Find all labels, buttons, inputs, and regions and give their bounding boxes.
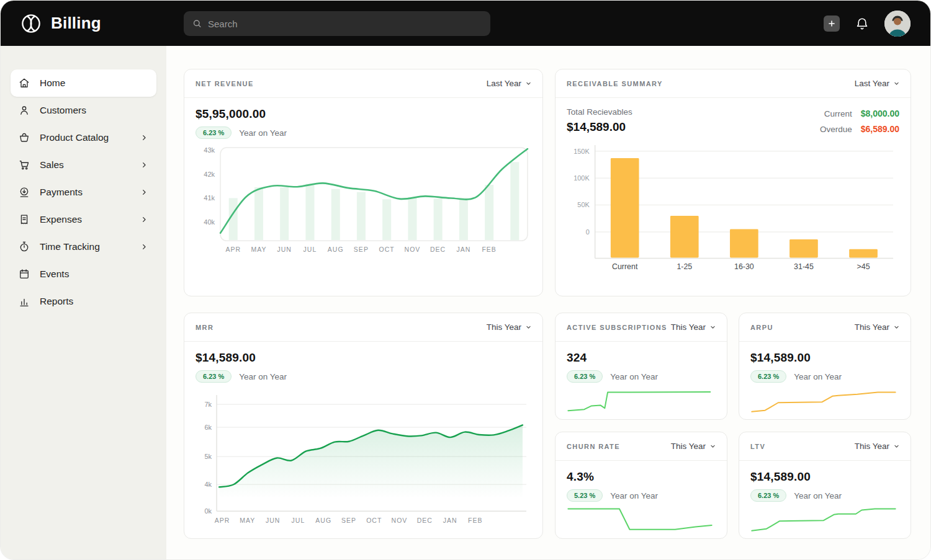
sidebar-item-time-tracking[interactable]: Time Tracking	[11, 233, 156, 260]
svg-text:7k: 7k	[204, 401, 212, 408]
chevron-right-icon	[139, 215, 149, 224]
card-header: RECEIVABLE SUMMARY Last Year	[555, 69, 911, 98]
avatar[interactable]	[884, 11, 911, 37]
chevron-right-icon	[139, 160, 149, 170]
period-label: Last Year	[487, 79, 521, 88]
search-input[interactable]	[208, 19, 482, 29]
main-content: NET REVENUE Last Year $5,95,000.00 6.23 …	[166, 46, 931, 560]
svg-text:AUG: AUG	[328, 246, 344, 253]
svg-text:JAN: JAN	[443, 517, 457, 524]
customers-icon	[18, 104, 30, 117]
total-receivables-label: Total Recievables	[567, 107, 632, 117]
sidebar-item-reports[interactable]: Reports	[11, 288, 156, 315]
svg-text:SEP: SEP	[354, 246, 369, 253]
current-label: Current	[824, 109, 852, 118]
kpi-grid: ACTIVE SUBSCRIPTIONS This Year 324 6.23 …	[555, 313, 911, 539]
churn-rate-sparkline	[567, 502, 713, 534]
chevron-down-icon	[894, 443, 899, 449]
svg-text:150K: 150K	[573, 148, 590, 155]
sidebar-item-label: Customers	[40, 105, 86, 116]
topbar: Billing	[1, 1, 930, 46]
net-revenue-chart: 40k41k42k43kAPRMAYJUNJULAUGSEPOCTNOVDECJ…	[196, 145, 531, 257]
svg-text:FEB: FEB	[482, 246, 496, 253]
sidebar-item-label: Expenses	[40, 214, 82, 225]
period-selector[interactable]: This Year	[855, 322, 899, 332]
yoy-badge: 6.23 %	[750, 370, 786, 383]
period-selector[interactable]: This Year	[671, 442, 716, 451]
card-header: NET REVENUE Last Year	[184, 69, 542, 98]
yoy-label: Year on Year	[610, 491, 658, 500]
card-header: LTV This Year	[739, 432, 911, 461]
sidebar-item-events[interactable]: Events	[11, 260, 156, 288]
sidebar-item-label: Sales	[40, 159, 64, 171]
svg-text:0k: 0k	[204, 507, 212, 515]
basket-icon	[18, 131, 30, 144]
period-selector[interactable]: Last Year	[487, 79, 531, 88]
add-button[interactable]	[824, 16, 840, 32]
sidebar-item-product-catalog[interactable]: Product Catalog	[11, 124, 156, 151]
svg-text:0: 0	[586, 228, 590, 236]
card-arpu: ARPU This Year $14,589.00 6.23 % Year on…	[739, 313, 911, 420]
card-active-subscriptions: ACTIVE SUBSCRIPTIONS This Year 324 6.23 …	[555, 313, 727, 420]
app-logo: Billing	[1, 12, 165, 35]
cart-icon	[18, 159, 30, 171]
period-selector[interactable]: This Year	[671, 322, 716, 332]
period-label: This Year	[855, 322, 889, 332]
receivables-chart: 050K100K150KCurrent1-2516-3031-45>45	[567, 140, 899, 272]
yoy-badge: 6.23 %	[750, 489, 786, 502]
svg-text:MAY: MAY	[251, 246, 267, 253]
sidebar-item-label: Payments	[40, 187, 83, 198]
period-selector[interactable]: Last Year	[855, 79, 899, 88]
svg-text:JUL: JUL	[292, 517, 305, 524]
svg-text:DEC: DEC	[430, 246, 446, 253]
yoy-badge: 6.23 %	[567, 370, 603, 383]
sidebar-item-home[interactable]: Home	[11, 69, 156, 97]
svg-text:43k: 43k	[204, 146, 215, 154]
sidebar-item-customers[interactable]: Customers	[11, 97, 156, 124]
card-net-revenue: NET REVENUE Last Year $5,95,000.00 6.23 …	[184, 69, 543, 296]
svg-text:OCT: OCT	[366, 517, 382, 524]
period-selector[interactable]: This Year	[855, 442, 899, 451]
period-selector[interactable]: This Year	[487, 322, 531, 332]
period-label: This Year	[855, 442, 889, 451]
sidebar-item-expenses[interactable]: Expenses	[11, 206, 156, 233]
card-header: ACTIVE SUBSCRIPTIONS This Year	[555, 313, 727, 342]
card-mrr: MRR This Year $14,589.00 6.23 % Year on …	[184, 313, 543, 539]
svg-text:JAN: JAN	[456, 246, 470, 253]
svg-text:NOV: NOV	[392, 517, 408, 524]
plus-icon	[827, 19, 836, 28]
app-title: Billing	[51, 14, 101, 33]
topbar-actions	[824, 1, 911, 46]
card-header: MRR This Year	[184, 313, 542, 342]
svg-text:AUG: AUG	[315, 517, 331, 524]
svg-text:APR: APR	[225, 246, 241, 253]
card-title: MRR	[196, 324, 214, 331]
svg-text:NOV: NOV	[405, 246, 421, 253]
yoy-label: Year on Year	[610, 372, 658, 381]
period-label: This Year	[671, 322, 706, 332]
chevron-down-icon	[894, 324, 899, 330]
svg-text:FEB: FEB	[468, 517, 482, 524]
active-subscriptions-value: 324	[567, 351, 716, 365]
net-revenue-value: $5,95,000.00	[196, 107, 531, 121]
sidebar-item-label: Time Tracking	[40, 241, 100, 252]
sidebar-item-payments[interactable]: Payments	[11, 179, 156, 206]
notifications-button[interactable]	[855, 16, 870, 31]
churn-rate-value: 4.3%	[567, 470, 716, 484]
svg-text:6k: 6k	[204, 424, 212, 431]
period-label: This Year	[671, 442, 706, 451]
overdue-label: Overdue	[820, 125, 852, 134]
yoy-label: Year on Year	[794, 372, 842, 381]
payment-icon	[18, 186, 30, 198]
chevron-down-icon	[526, 324, 531, 330]
svg-text:31-45: 31-45	[794, 262, 814, 271]
app-frame: Billing	[0, 0, 931, 560]
sidebar-item-sales[interactable]: Sales	[11, 151, 156, 179]
svg-text:42k: 42k	[204, 171, 215, 178]
mrr-chart: 0k4k5k6k7kAPRMAYJUNJULAUGSEPOCTNOVDECJAN…	[196, 389, 531, 527]
svg-text:SEP: SEP	[341, 517, 356, 524]
search-bar[interactable]	[184, 11, 490, 36]
bell-icon	[855, 16, 870, 31]
chevron-down-icon	[710, 443, 716, 449]
card-title: ACTIVE SUBSCRIPTIONS	[567, 324, 667, 331]
